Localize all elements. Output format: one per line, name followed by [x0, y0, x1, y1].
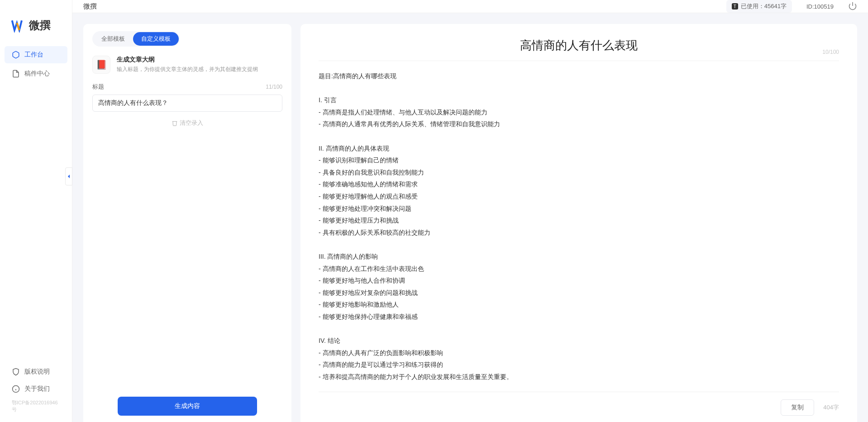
info-icon	[12, 385, 20, 393]
shield-icon	[12, 368, 20, 376]
trash-icon	[172, 120, 178, 126]
tab-custom-templates[interactable]: 自定义模板	[133, 32, 179, 46]
user-id: ID:100519	[806, 3, 834, 10]
template-card: 📕 生成文章大纲 输入标题，为你提供文章主体的灵感，并为其创建推文提纲	[92, 56, 282, 74]
title-label: 标题	[92, 83, 104, 91]
power-button[interactable]	[848, 1, 857, 12]
title-counter: 11/100	[266, 84, 282, 90]
result-header: 高情商的人有什么表现 10/100	[319, 24, 839, 61]
topbar-right: T 已使用： 45641字 ID:100519	[726, 0, 857, 13]
about-link[interactable]: 关于我们	[5, 380, 67, 398]
result-footer: 复制 404字	[319, 392, 839, 416]
nav-label: 工作台	[24, 51, 43, 59]
logo-text: 微撰	[29, 18, 51, 33]
template-title: 生成文章大纲	[117, 56, 258, 64]
logo: 微撰	[0, 0, 72, 46]
left-panel: 全部模板 自定义模板 📕 生成文章大纲 输入标题，为你提供文章主体的灵感，并为其…	[83, 24, 291, 422]
template-tabs: 全部模板 自定义模板	[92, 31, 180, 47]
document-icon	[12, 70, 20, 78]
main: 微撰 T 已使用： 45641字 ID:100519 全部模板 自定义模板	[72, 0, 868, 422]
nav-item-drafts[interactable]: 稿件中心	[5, 65, 67, 82]
form-area: 标题 11/100 清空录入	[83, 83, 291, 135]
logo-icon	[11, 18, 25, 33]
nav-menu: 工作台 稿件中心	[0, 46, 72, 84]
tab-all-templates[interactable]: 全部模板	[93, 32, 133, 46]
sidebar: 微撰 工作台 稿件中心 版权说明 关于我们 鄂ICP备2022016946号	[0, 0, 72, 422]
result-body: 题目:高情商的人有哪些表现 I. 引言 - 高情商是指人们处理情绪、与他人互动以…	[300, 61, 857, 392]
word-count: 404字	[823, 403, 839, 412]
nav-label: 稿件中心	[24, 70, 50, 78]
usage-pill[interactable]: T 已使用： 45641字	[726, 0, 792, 13]
result-title-counter: 10/100	[822, 49, 839, 55]
sidebar-bottom: 版权说明 关于我们 鄂ICP备2022016946号	[0, 363, 72, 422]
clear-input-button[interactable]: 清空录入	[172, 119, 203, 127]
content: 全部模板 自定义模板 📕 生成文章大纲 输入标题，为你提供文章主体的灵感，并为其…	[72, 13, 868, 422]
title-input[interactable]	[92, 95, 282, 112]
template-icon: 📕	[92, 56, 110, 74]
right-panel: 高情商的人有什么表现 10/100 题目:高情商的人有哪些表现 I. 引言 - …	[300, 24, 857, 422]
copyright-link[interactable]: 版权说明	[5, 363, 67, 380]
result-title: 高情商的人有什么表现	[337, 38, 821, 53]
generate-button[interactable]: 生成内容	[118, 397, 257, 416]
tabs-row: 全部模板 自定义模板	[83, 24, 291, 47]
topbar-title: 微撰	[83, 2, 97, 11]
power-icon	[848, 1, 857, 10]
text-icon: T	[732, 3, 738, 9]
cube-icon	[12, 51, 20, 59]
nav-item-workspace[interactable]: 工作台	[5, 46, 67, 63]
icp-text: 鄂ICP备2022016946号	[5, 398, 67, 415]
chevron-left-icon	[67, 174, 71, 179]
sidebar-collapse-button[interactable]	[65, 167, 72, 185]
copy-button[interactable]: 复制	[781, 399, 814, 416]
topbar: 微撰 T 已使用： 45641字 ID:100519	[72, 0, 868, 13]
template-desc: 输入标题，为你提供文章主体的灵感，并为其创建推文提纲	[117, 66, 258, 73]
